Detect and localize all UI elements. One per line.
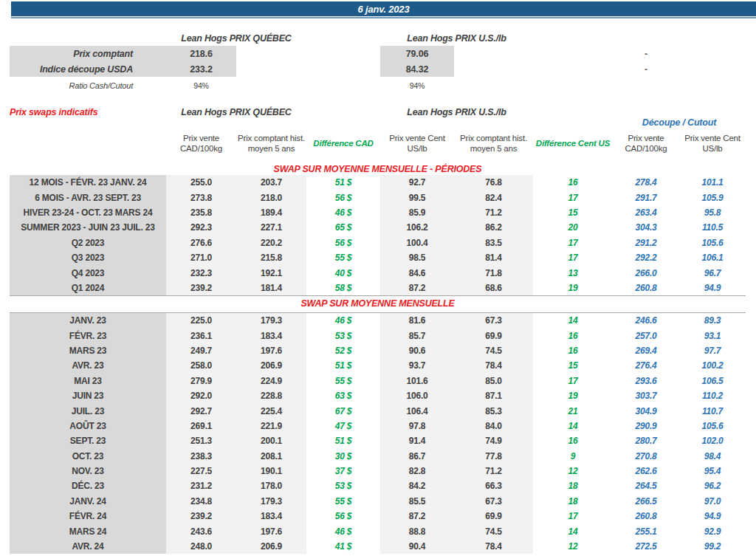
- difference-cad-value: 56 $: [306, 509, 380, 524]
- swaps-title: Prix swaps indicatifs: [10, 107, 166, 117]
- month-label: JANV. 24: [10, 494, 166, 509]
- cutout-cad-value: 262.6: [613, 464, 679, 478]
- prix-vente-cad-value: 292.7: [166, 403, 236, 418]
- difference-cad-value: 63 $: [306, 388, 380, 403]
- prix-vente-us-value: 97.8: [380, 419, 454, 433]
- difference-us-value: 14: [533, 524, 613, 538]
- spot-label: Ratio Cash/Cutout: [10, 78, 166, 93]
- prix-comptant-hist-us-value: 68.6: [454, 281, 533, 295]
- prix-comptant-hist-us-value: 76.8: [454, 175, 533, 190]
- difference-us-value: 19: [533, 281, 613, 295]
- periods-table: 12 MOIS - FÉVR. 23 JANV. 24 255.0 203.7 …: [10, 175, 746, 296]
- difference-us-value: 19: [533, 388, 613, 403]
- prix-comptant-hist-us-value: 78.4: [454, 358, 533, 373]
- prix-vente-cad-value: 232.3: [166, 265, 236, 280]
- difference-us-value: 15: [533, 205, 613, 220]
- prix-comptant-hist-us-value: 71.2: [454, 205, 533, 220]
- difference-cad-value: 53 $: [306, 328, 380, 343]
- period-label: HIVER 23-24 - OCT. 23 MARS 24: [10, 205, 166, 220]
- prix-comptant-hist-us-value: 74.5: [454, 343, 533, 358]
- prix-comptant-hist-us-value: 74.5: [454, 524, 533, 538]
- difference-cad-value: 58 $: [306, 281, 380, 295]
- swaps-quebec-header: Lean Hogs PRIX QUÉBEC: [166, 107, 306, 117]
- difference-us-value: 18: [533, 478, 613, 493]
- difference-us-value: 16: [533, 175, 613, 190]
- month-label: DÉC. 23: [10, 478, 166, 493]
- cutout-us-value: 94.9: [679, 509, 746, 524]
- prix-vente-us-value: 84.2: [380, 478, 454, 493]
- spot-us-value: 79.06: [380, 46, 454, 61]
- cutout-cad-value: 276.4: [613, 358, 679, 373]
- prix-comptant-hist-us-value: 74.9: [454, 433, 533, 448]
- prix-vente-us-value: 85.9: [380, 205, 454, 220]
- cutout-cad-value: 290.9: [613, 419, 679, 433]
- difference-us-value: 14: [533, 419, 613, 433]
- difference-cad-value: 46 $: [306, 205, 380, 220]
- cutout-cad-value: 304.9: [613, 403, 679, 418]
- difference-us-value: 16: [533, 433, 613, 448]
- cutout-us-value: 102.0: [679, 433, 746, 448]
- prix-comptant-hist-us-value: 87.1: [454, 388, 533, 403]
- prix-comptant-hist-us-value: 81.4: [454, 250, 533, 265]
- difference-cad-value: 47 $: [306, 419, 380, 433]
- cutout-cad-value: 291.7: [613, 190, 679, 205]
- prix-vente-us-value: 84.6: [380, 265, 454, 280]
- prix-vente-us-value: 106.0: [380, 388, 454, 403]
- month-label: SEPT. 23: [10, 433, 166, 448]
- cutout-us-value: 96.7: [679, 265, 746, 280]
- difference-us-value: 16: [533, 328, 613, 343]
- cutout-us-value: 110.7: [679, 403, 746, 418]
- monthly-section-title: SWAP SUR MOYENNE MENSUELLE: [10, 298, 746, 309]
- prix-comptant-hist-cad-value: 203.7: [236, 175, 306, 190]
- periods-section-title: SWAP SUR MOYENNE MENSUELLE - PÉRIODES: [10, 164, 746, 174]
- prix-comptant-hist-cad-value: 225.4: [236, 403, 306, 418]
- spot-us-value: 84.32: [380, 61, 454, 77]
- cutout-cad-value: 270.8: [613, 449, 679, 464]
- prix-comptant-hist-us-value: 82.4: [454, 190, 533, 205]
- cutout-cad-value: 260.8: [613, 509, 679, 524]
- prix-vente-us-value: 81.6: [380, 313, 454, 328]
- col-prix-vente-cad: Prix vente CAD/100kg: [166, 123, 236, 164]
- cutout-us-value: 100.2: [679, 358, 746, 373]
- difference-cad-value: 37 $: [306, 464, 380, 478]
- prix-comptant-hist-cad-value: 183.4: [236, 328, 306, 343]
- prix-comptant-hist-us-value: 85.3: [454, 403, 533, 418]
- prix-vente-us-value: 106.4: [380, 403, 454, 418]
- prix-vente-us-value: 86.7: [380, 449, 454, 464]
- prix-vente-cad-value: 292.3: [166, 220, 236, 235]
- cutout-cad-value: 291.2: [613, 236, 679, 250]
- prix-comptant-hist-cad-value: 190.1: [236, 464, 306, 478]
- cutout-us-value: 106.5: [679, 374, 746, 388]
- prix-vente-us-value: 98.5: [380, 250, 454, 265]
- period-label: SUMMER 2023 - JUIN 23 JUIL. 23: [10, 220, 166, 235]
- prix-vente-us-value: 101.6: [380, 374, 454, 388]
- difference-cad-value: 40 $: [306, 265, 380, 280]
- swaps-headers: Prix swaps indicatifs Lean Hogs PRIX QUÉ…: [10, 107, 746, 120]
- prix-vente-us-value: 92.7: [380, 175, 454, 190]
- month-label: NOV. 23: [10, 464, 166, 478]
- difference-us-value: 12: [533, 464, 613, 478]
- prix-vente-us-value: 87.2: [380, 281, 454, 295]
- prix-vente-cad-value: 271.0: [166, 250, 236, 265]
- prix-vente-us-value: 91.4: [380, 433, 454, 448]
- spot-quebec-value: 233.2: [166, 61, 236, 77]
- cutout-us-value: 95.4: [679, 464, 746, 478]
- month-label: AOÛT 23: [10, 419, 166, 433]
- date-bar-underline: [11, 17, 756, 18]
- prix-vente-us-value: 106.2: [380, 220, 454, 235]
- prix-vente-cad-value: 292.0: [166, 388, 236, 403]
- difference-cad-value: 41 $: [306, 539, 380, 554]
- difference-us-value: 21: [533, 403, 613, 418]
- prix-vente-us-value: 85.5: [380, 494, 454, 509]
- spot-quebec-value: 218.6: [166, 46, 236, 61]
- prix-vente-cad-value: 227.5: [166, 464, 236, 478]
- prix-comptant-hist-cad-value: 179.3: [236, 313, 306, 328]
- cutout-cad-value: 257.0: [613, 328, 679, 343]
- prix-vente-us-value: 87.2: [380, 509, 454, 524]
- month-label: OCT. 23: [10, 449, 166, 464]
- difference-us-value: 16: [533, 343, 613, 358]
- prix-vente-cad-value: 231.2: [166, 478, 236, 493]
- cutout-cad-value: 272.5: [613, 539, 679, 554]
- difference-cad-value: 46 $: [306, 313, 380, 328]
- difference-cad-value: 46 $: [306, 524, 380, 538]
